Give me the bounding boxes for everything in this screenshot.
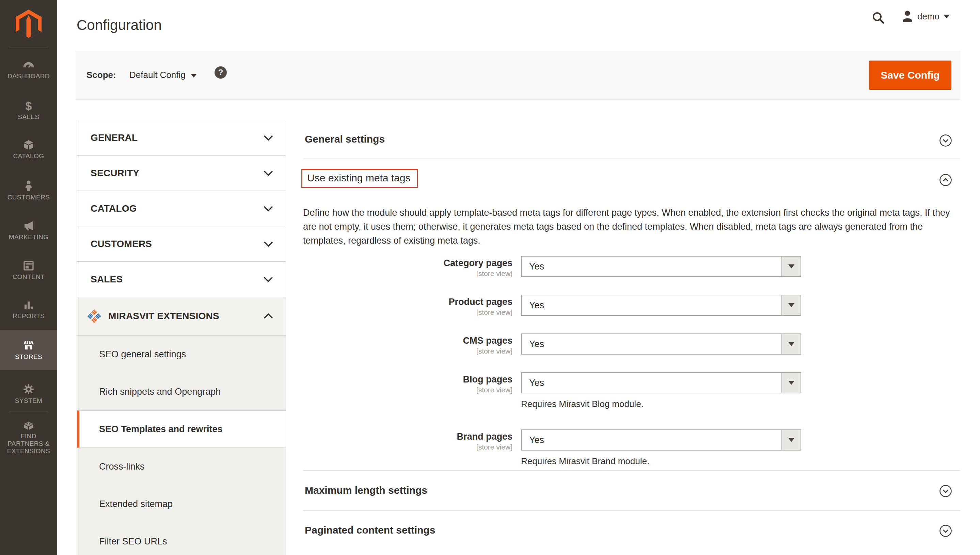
collapse-toggle-chevron-up-icon[interactable]	[939, 173, 952, 186]
page-title: Configuration	[77, 17, 162, 33]
category-pages-select[interactable]: Yes	[521, 256, 801, 277]
section-title-paginated-content-settings[interactable]: Paginated content settings	[305, 525, 435, 536]
section-divider	[303, 159, 960, 159]
field-label: Blog pages	[303, 374, 512, 385]
select-dropdown-button[interactable]	[781, 430, 800, 450]
cms-pages-select[interactable]: Yes	[521, 334, 801, 354]
section-title-text: Use existing meta tags	[307, 172, 410, 183]
marketing-megaphone-icon	[23, 220, 34, 231]
subnav-seo-general-settings[interactable]: SEO general settings	[77, 335, 286, 373]
sidebar-item-label: CATALOG	[13, 152, 44, 160]
sidebar-item-label: FIND PARTNERS & EXTENSIONS	[3, 433, 54, 455]
sidebar-item-label: DASHBOARD	[8, 72, 50, 80]
config-subnav: SEO general settings Rich snippets and O…	[77, 335, 286, 555]
sidebar-item-label: REPORTS	[13, 313, 45, 320]
chevron-down-icon	[263, 205, 273, 212]
subnav-seo-templates-rewrites[interactable]: SEO Templates and rewrites	[77, 411, 286, 448]
config-nav-label: SALES	[91, 274, 122, 285]
config-nav-mirasvit-extensions[interactable]: MIRASVIT EXTENSIONS	[77, 297, 286, 335]
select-dropdown-button[interactable]	[781, 257, 800, 276]
select-value: Yes	[522, 373, 781, 393]
config-nav-label: SECURITY	[91, 168, 139, 179]
subnav-label: Cross-links	[99, 462, 145, 472]
subnav-label: Filter SEO URLs	[99, 536, 167, 547]
sidebar-item-label: SYSTEM	[15, 397, 43, 404]
dashboard-gauge-icon	[23, 59, 34, 70]
field-scope-hint: [store view]	[303, 308, 512, 316]
config-nav-sales[interactable]: SALES	[77, 261, 286, 297]
subnav-rich-snippets-opengraph[interactable]: Rich snippets and Opengraph	[77, 373, 286, 411]
section-title-maximum-length-settings[interactable]: Maximum length settings	[305, 484, 427, 496]
brand-pages-select[interactable]: Yes	[521, 430, 801, 451]
search-icon[interactable]	[872, 11, 885, 24]
section-divider	[303, 470, 960, 471]
sidebar-item-catalog[interactable]: CATALOG	[0, 140, 57, 160]
sidebar-item-customers[interactable]: CUSTOMERS	[0, 180, 57, 201]
scope-help-button[interactable]: ?	[215, 66, 227, 79]
save-config-button[interactable]: Save Config	[869, 61, 951, 90]
sidebar-item-label: CUSTOMERS	[8, 194, 50, 201]
blog-pages-select[interactable]: Yes	[521, 372, 801, 393]
sidebar-item-stores[interactable]: STORES	[0, 330, 57, 370]
field-scope-hint: [store view]	[303, 347, 512, 355]
subnav-filter-seo-urls[interactable]: Filter SEO URLs	[77, 523, 286, 555]
field-note-blog: Requires Mirasvit Blog module.	[521, 399, 644, 409]
chevron-down-icon	[191, 74, 196, 78]
chevron-down-icon	[788, 303, 794, 307]
section-title-use-existing-meta-tags-highlighted[interactable]: Use existing meta tags	[301, 169, 418, 188]
sidebar-item-reports[interactable]: REPORTS	[0, 300, 57, 320]
customers-person-icon	[23, 180, 34, 191]
user-menu[interactable]: demo	[902, 10, 950, 22]
config-nav-catalog[interactable]: CATALOG	[77, 191, 286, 226]
sidebar-item-marketing[interactable]: MARKETING	[0, 220, 57, 241]
collapse-toggle-chevron-down-icon[interactable]	[939, 525, 952, 537]
subnav-extended-sitemap[interactable]: Extended sitemap	[77, 485, 286, 523]
find-partners-brick-icon	[23, 420, 34, 430]
sidebar-item-find-partners[interactable]: FIND PARTNERS & EXTENSIONS	[0, 422, 57, 452]
sidebar-item-label: CONTENT	[13, 273, 45, 281]
section-description: Define how the module should apply templ…	[303, 206, 959, 248]
scope-label: Scope:	[87, 70, 116, 80]
sidebar-item-dashboard[interactable]: DASHBOARD	[0, 59, 57, 80]
collapse-toggle-chevron-down-icon[interactable]	[939, 484, 952, 497]
subnav-label: SEO general settings	[99, 349, 186, 360]
config-nav-general[interactable]: GENERAL	[77, 120, 286, 156]
config-section-nav: GENERAL SECURITY CATALOG CUSTOMERS SALES	[77, 120, 286, 555]
product-pages-select[interactable]: Yes	[521, 295, 801, 316]
select-value: Yes	[522, 334, 781, 354]
sidebar-item-system[interactable]: SYSTEM	[0, 384, 57, 404]
admin-sidebar: DASHBOARD $ SALES CATALOG CUSTOMERS MARK…	[0, 0, 57, 555]
chevron-down-icon	[263, 241, 273, 247]
select-dropdown-button[interactable]	[781, 334, 800, 354]
sidebar-item-content[interactable]: CONTENT	[0, 260, 57, 281]
config-nav-label: MIRASVIT EXTENSIONS	[108, 311, 219, 322]
subnav-cross-links[interactable]: Cross-links	[77, 448, 286, 485]
config-nav-customers[interactable]: CUSTOMERS	[77, 226, 286, 261]
section-title-general-settings[interactable]: General settings	[305, 133, 385, 145]
scope-value: Default Config	[129, 70, 186, 80]
select-value: Yes	[522, 257, 781, 276]
config-nav-label: CATALOG	[91, 203, 137, 214]
stores-storefront-icon	[23, 340, 34, 351]
scope-switcher[interactable]: Default Config	[129, 70, 196, 80]
collapse-toggle-chevron-down-icon[interactable]	[939, 134, 952, 147]
sales-dollar-icon: $	[23, 100, 34, 111]
sidebar-divider	[9, 48, 48, 48]
chevron-down-icon	[788, 438, 794, 442]
user-name: demo	[917, 11, 940, 22]
sidebar-item-label: STORES	[15, 353, 42, 361]
sidebar-divider	[9, 411, 48, 411]
config-nav-label: GENERAL	[91, 132, 138, 143]
subnav-label: Rich snippets and Opengraph	[99, 387, 221, 397]
field-label: CMS pages	[303, 335, 512, 346]
chevron-down-icon	[263, 135, 273, 141]
sidebar-item-label: MARKETING	[9, 233, 49, 241]
chevron-down-icon	[788, 342, 794, 346]
config-nav-security[interactable]: SECURITY	[77, 156, 286, 191]
sidebar-item-sales[interactable]: $ SALES	[0, 100, 57, 121]
select-dropdown-button[interactable]	[781, 295, 800, 315]
chevron-down-icon	[263, 170, 273, 176]
select-dropdown-button[interactable]	[781, 373, 800, 393]
magento-logo-icon[interactable]	[16, 10, 42, 40]
chevron-down-icon	[788, 265, 794, 268]
